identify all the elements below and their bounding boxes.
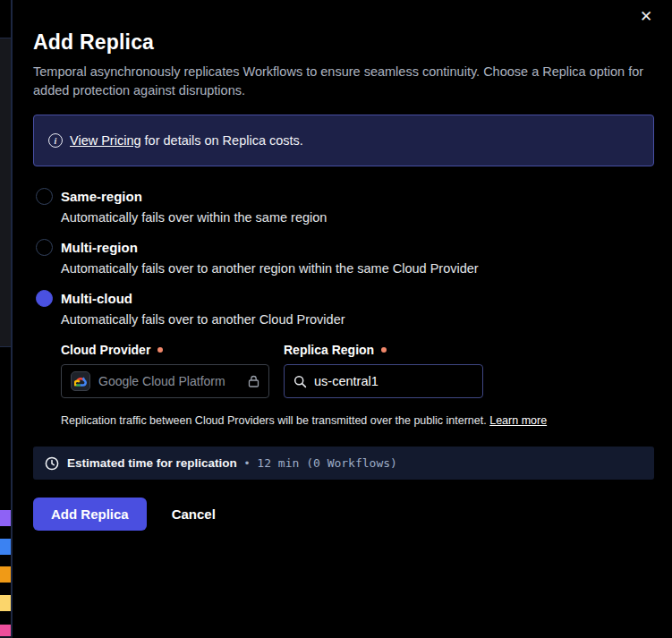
background-panel xyxy=(0,38,11,347)
cloud-provider-select[interactable]: Google Cloud Platform xyxy=(61,364,269,398)
search-icon xyxy=(293,375,307,388)
add-replica-modal: ✕ Add Replica Temporal asynchronously re… xyxy=(13,0,672,638)
gcp-logo-icon xyxy=(71,371,90,391)
public-internet-note: Replication traffic between Cloud Provid… xyxy=(61,414,654,427)
radio-same-region[interactable] xyxy=(36,188,53,205)
replica-region-searchbox xyxy=(284,364,483,398)
option-description: Automatically fails over to another Clou… xyxy=(61,312,654,327)
pricing-banner-text: View Pricing for details on Replica cost… xyxy=(70,133,303,148)
lock-icon xyxy=(248,375,259,387)
modal-description: Temporal asynchronously replicates Workf… xyxy=(33,63,651,100)
option-label[interactable]: Multi-region xyxy=(61,240,138,255)
screen: ✕ Add Replica Temporal asynchronously re… xyxy=(0,0,672,638)
option-multi-cloud: Multi-cloud Automatically fails over to … xyxy=(33,290,654,427)
background-page-strip xyxy=(0,0,13,638)
field-label-text: Cloud Provider xyxy=(61,343,150,357)
clock-icon xyxy=(45,456,59,471)
pricing-info-banner: i View Pricing for details on Replica co… xyxy=(33,115,654,166)
required-dot xyxy=(381,347,387,353)
modal-actions: Add Replica Cancel xyxy=(33,498,654,531)
status-color-block xyxy=(0,539,11,555)
option-label[interactable]: Multi-cloud xyxy=(61,291,132,306)
cloud-provider-value: Google Cloud Platform xyxy=(98,374,240,388)
radio-multi-region[interactable] xyxy=(36,239,53,256)
field-label-text: Replica Region xyxy=(284,343,374,357)
view-pricing-link[interactable]: View Pricing xyxy=(70,133,141,148)
note-text: Replication traffic between Cloud Provid… xyxy=(61,414,489,427)
modal-title: Add Replica xyxy=(33,30,654,55)
estimate-separator: • xyxy=(245,456,250,470)
replica-region-field-group: Replica Region xyxy=(284,343,483,398)
multi-cloud-fields: Cloud Provider xyxy=(61,343,654,398)
replica-region-label: Replica Region xyxy=(284,343,483,357)
status-color-block xyxy=(0,510,11,526)
replica-options: Same-region Automatically fails over wit… xyxy=(33,188,654,427)
option-label[interactable]: Same-region xyxy=(61,189,142,204)
option-same-region: Same-region Automatically fails over wit… xyxy=(33,188,654,225)
add-replica-button[interactable]: Add Replica xyxy=(33,498,147,531)
option-description: Automatically fails over to another regi… xyxy=(61,261,654,276)
estimate-banner: Estimated time for replication • 12 min … xyxy=(33,447,654,480)
learn-more-link[interactable]: Learn more xyxy=(489,414,547,427)
close-icon[interactable]: ✕ xyxy=(636,7,656,27)
estimate-value: 12 min (0 Workflows) xyxy=(257,456,397,470)
replica-region-input[interactable] xyxy=(314,374,473,388)
required-dot xyxy=(157,347,163,353)
status-color-block xyxy=(0,566,11,583)
radio-multi-cloud[interactable] xyxy=(36,290,53,307)
cloud-provider-label: Cloud Provider xyxy=(61,343,269,357)
estimate-label: Estimated time for replication xyxy=(67,456,237,470)
option-description: Automatically fails over within the same… xyxy=(61,210,654,225)
cancel-button[interactable]: Cancel xyxy=(168,498,219,531)
status-color-block xyxy=(0,595,11,611)
cloud-provider-field-group: Cloud Provider xyxy=(61,343,269,398)
info-icon: i xyxy=(48,133,63,148)
option-multi-region: Multi-region Automatically fails over to… xyxy=(33,239,654,276)
pricing-banner-suffix: for details on Replica costs. xyxy=(141,133,303,148)
